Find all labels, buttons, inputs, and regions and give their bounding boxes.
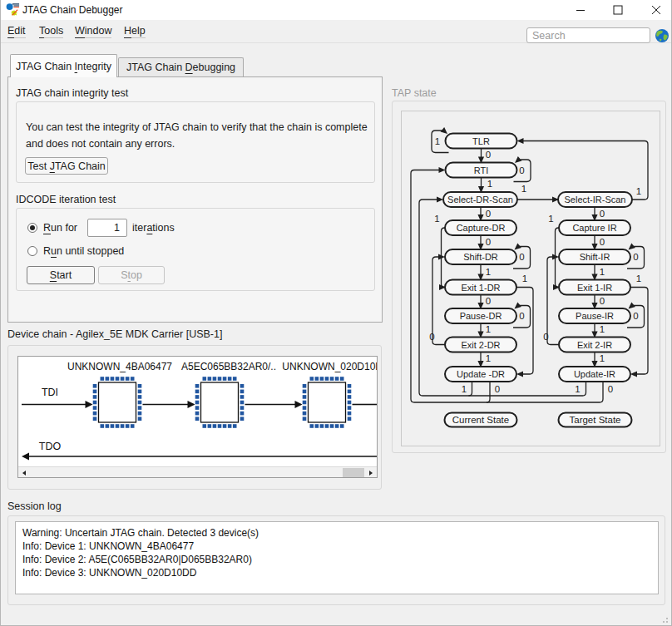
test-jtag-chain-button[interactable]: Test JTAG Chain (25, 157, 108, 175)
resize-grip[interactable] (659, 614, 669, 624)
chip-pin (101, 377, 105, 381)
tap-node-shdr[interactable]: Shift-DR (445, 249, 516, 264)
scrollbar-thumb[interactable] (343, 468, 364, 477)
start-button[interactable]: Start (27, 266, 95, 284)
menu-edit[interactable]: Edit (7, 25, 26, 37)
chip-pin (106, 377, 110, 381)
device-chip[interactable]: A5EC065BB32AR0/.. (181, 361, 276, 428)
transition-path (487, 382, 490, 402)
tap-node-pir[interactable]: Pause-IR (559, 308, 630, 323)
target-state-button[interactable]: Target State (559, 413, 632, 427)
chip-pin (195, 395, 200, 399)
edge-label: 0 (495, 384, 500, 394)
stop-button[interactable]: Stop (98, 266, 165, 284)
chip-pin (195, 401, 200, 405)
button-label: Start (50, 269, 72, 281)
chip-pin (93, 406, 97, 410)
tab-jtag-chain-debugging[interactable]: JTAG Chain Debugging (118, 57, 244, 76)
maximize-button[interactable] (604, 0, 632, 20)
tap-node-pdr[interactable]: Pause-DR (445, 308, 516, 323)
menu-help[interactable]: Help (124, 25, 146, 37)
chip-pin (203, 424, 207, 428)
chip-pin (228, 377, 232, 381)
edge-label: 1 (636, 186, 641, 196)
chip-pin (116, 377, 120, 381)
radio-label-text: Run for (43, 222, 77, 234)
log-line: Warning: Uncertain JTAG chain. Detected … (22, 527, 259, 539)
edge-label: 1 (486, 353, 491, 363)
chip-pin (93, 401, 97, 405)
chip-pin (303, 390, 307, 394)
chip-pin (240, 406, 245, 410)
chip-pin (116, 424, 120, 428)
session-log-view[interactable]: Warning: Uncertain JTAG chain. Detected … (15, 521, 659, 594)
arrow-head (295, 401, 303, 408)
menu-window[interactable]: Window (75, 25, 111, 37)
tap-node-e1ir[interactable]: Exit 1-IR (559, 280, 630, 295)
scroll-left-button[interactable] (18, 467, 30, 478)
chip-pin (348, 406, 352, 410)
tap-node-sir[interactable]: Select-IR-Scan (558, 192, 632, 207)
chip-pin (218, 424, 222, 428)
edge-label: 1 (521, 184, 526, 194)
run-for-radio[interactable] (27, 223, 37, 233)
globe-icon[interactable] (655, 28, 670, 43)
tap-node-e2dr[interactable]: Exit 2-DR (445, 338, 516, 352)
edge-label: 1 (600, 324, 605, 334)
radio-label-text: Run until stopped (43, 245, 124, 257)
edge-label: 0 (633, 311, 638, 321)
transition-path (469, 382, 472, 396)
tap-node-udr[interactable]: Update -DR (445, 367, 516, 382)
chip-pin (335, 424, 339, 428)
minimize-icon (576, 5, 586, 15)
device-chain-canvas[interactable]: TDITDOUNKNOWN_4BA06477A5EC065BB32AR0/..U… (17, 356, 378, 478)
device-chip[interactable]: UNKNOWN_4BA06477 (67, 361, 172, 428)
transition-path (547, 257, 559, 345)
tap-state-diagram: 11001110100001100111111010100000TLRRTISe… (402, 111, 660, 446)
arrow-head (516, 371, 523, 377)
tap-node-uir[interactable]: Update-IR (559, 367, 630, 382)
tap-node-label: Update-IR (574, 369, 615, 379)
chip-pin (348, 390, 352, 394)
chip-pin (303, 417, 307, 421)
edge-label: 1 (486, 324, 491, 334)
chip-pin (138, 412, 142, 416)
tap-node-rti[interactable]: RTI (446, 163, 517, 178)
current-state-button[interactable]: Current State (445, 413, 517, 427)
run-for-label[interactable]: Run for (43, 222, 77, 234)
tab-jtag-chain-integrity[interactable]: JTAG Chain Integrity (10, 54, 117, 77)
tap-node-tlr[interactable]: TLR (446, 134, 517, 149)
chip-pin (310, 377, 314, 381)
iterations-input[interactable] (87, 219, 127, 237)
search-input[interactable] (526, 27, 650, 43)
integrity-group-label: JTAG chain integrity test (16, 87, 128, 99)
description-line: and does not contain any errors. (26, 136, 368, 152)
edge-label: 1 (575, 384, 580, 394)
edge-label: 0 (486, 237, 491, 247)
run-until-stopped-label[interactable]: Run until stopped (43, 245, 124, 257)
close-button[interactable] (642, 0, 670, 20)
run-until-stopped-radio[interactable] (27, 246, 37, 256)
chip-pin (138, 401, 142, 405)
tap-node-shir[interactable]: Shift-IR (559, 249, 630, 264)
device-chip[interactable]: UNKNOWN_020D10DD (282, 361, 377, 428)
menu-tools[interactable]: Tools (39, 25, 63, 37)
chip-pin (330, 424, 334, 428)
tap-node-cir[interactable]: Capture IR (559, 220, 630, 235)
tap-node-e2ir[interactable]: Exit 2-IR (559, 338, 630, 352)
tap-node-sdr[interactable]: Select-DR-Scan (443, 192, 517, 207)
device-chain-scrollbar[interactable] (18, 466, 377, 477)
edge-label: 0 (608, 384, 613, 394)
edge-label: 0 (543, 332, 548, 342)
chip-pin (348, 384, 352, 388)
tap-node-e1dr[interactable]: Exit 1-DR (445, 280, 516, 295)
arrow-head (188, 401, 195, 408)
tap-button-label: Target State (569, 415, 620, 425)
tab-label: JTAG Chain Integrity (16, 61, 111, 72)
tap-node-label: Exit 2-IR (577, 340, 612, 350)
scroll-right-button[interactable] (365, 467, 377, 478)
chip-pin (325, 377, 329, 381)
minimize-button[interactable] (566, 0, 595, 20)
edge-label: 0 (600, 237, 605, 247)
tap-node-cdr[interactable]: Capture-DR (445, 220, 516, 235)
